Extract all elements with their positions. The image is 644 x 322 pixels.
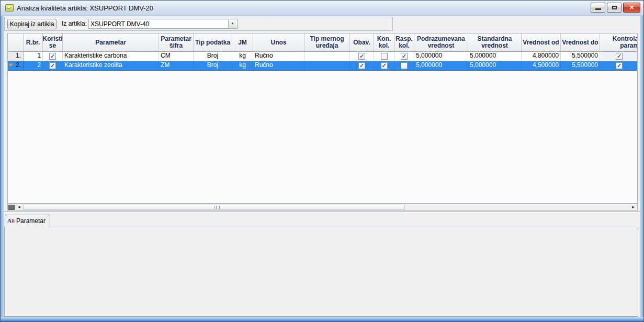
check-icon: ✓: [616, 63, 622, 68]
window-title: Analiza kvaliteta artikla: XSUPPORT DMV-…: [17, 4, 153, 12]
scrollbar-grip-icon: [214, 206, 220, 209]
cell-koristi-se-checkbox[interactable]: ✓: [43, 52, 63, 61]
checkbox[interactable]: [381, 53, 388, 60]
cell-unos[interactable]: Ručno: [253, 52, 304, 61]
check-icon: ✓: [359, 53, 365, 59]
copy-from-article-button[interactable]: Kopiraj iz artikla: [7, 19, 57, 29]
checkbox[interactable]: ✓: [616, 62, 623, 69]
column-header-parametar[interactable]: Parametar: [63, 34, 159, 51]
cell-jm[interactable]: kg: [232, 52, 253, 61]
cell-obavezan-checkbox[interactable]: ✓: [350, 52, 374, 61]
close-button[interactable]: ✕: [623, 3, 640, 13]
minimize-button[interactable]: [591, 3, 605, 13]
checkbox[interactable]: ✓: [49, 53, 56, 60]
maximize-button[interactable]: [607, 3, 622, 13]
grid-horizontal-scrollbar[interactable]: ◄ ►: [7, 204, 638, 211]
check-icon: ✓: [381, 63, 387, 68]
column-header-tip-mernog-uredjaja[interactable]: Tip mernog uređaja: [304, 34, 350, 51]
cell-kontrola-checkbox[interactable]: ✓: [600, 61, 638, 70]
column-header-rbr[interactable]: R.br.: [24, 34, 43, 51]
column-header-vrednost-do[interactable]: Vrednost do: [561, 34, 600, 51]
column-header-rowselector: [8, 34, 24, 51]
minimize-icon: [595, 8, 601, 10]
cell-obavezan-checkbox[interactable]: ✓: [350, 61, 374, 70]
checkbox[interactable]: ✓: [358, 62, 365, 69]
parameters-grid: R.br. Koristi se Parametar Parametar šif…: [7, 33, 638, 204]
column-header-tip-podatka[interactable]: Tip podatka: [194, 34, 232, 51]
cell-parametar[interactable]: Karakteristike carbona: [63, 52, 159, 61]
column-header-parametar-sifra[interactable]: Parametar šifra: [159, 34, 194, 51]
checkbox[interactable]: [401, 62, 408, 69]
row-header-2[interactable]: ☛2.: [8, 61, 24, 70]
checkbox[interactable]: ✓: [381, 62, 388, 69]
scroll-left-icon[interactable]: ◄: [16, 204, 22, 210]
tab-parametar[interactable]: ABParametar: [5, 215, 50, 228]
cell-rbr[interactable]: 1: [24, 52, 43, 61]
cell-konacna-checkbox[interactable]: [374, 52, 394, 61]
app-window: Analiza kvaliteta artikla: XSUPPORT DMV-…: [0, 0, 644, 322]
cell-standardna[interactable]: 5,000000: [468, 52, 522, 61]
checkbox[interactable]: ✓: [358, 53, 365, 60]
column-header-unos[interactable]: Unos: [253, 34, 304, 51]
cell-tip-mernog[interactable]: [304, 61, 350, 70]
cell-raspoloziva-checkbox[interactable]: ✓: [394, 52, 414, 61]
titlebar: Analiza kvaliteta artikla: XSUPPORT DMV-…: [1, 1, 643, 16]
cell-tip-mernog[interactable]: [304, 52, 350, 61]
panel-divider: [4, 212, 640, 213]
parametar-tab-icon: AB: [7, 215, 16, 227]
row-number: 2.: [16, 61, 21, 69]
column-header-kontrola-preth-parametra[interactable]: Kontrola pre parame: [600, 34, 638, 51]
table-row-2-selected[interactable]: ☛2. 2 ✓ Karakteristike zeolita ZM Broj k…: [8, 61, 637, 71]
column-header-konacna-kolicina[interactable]: Kon. kol.: [374, 34, 394, 51]
checkbox[interactable]: ✓: [401, 53, 408, 60]
check-icon: ✓: [50, 53, 55, 59]
cell-koristi-se-checkbox[interactable]: ✓: [43, 61, 63, 70]
cell-vrednost-od[interactable]: 4,500000: [522, 61, 561, 70]
column-header-standardna-vrednost[interactable]: Standardna vrednost: [468, 34, 522, 51]
cell-podrazumevana[interactable]: 5,000000: [414, 61, 468, 70]
splitter-box[interactable]: [8, 205, 15, 210]
cell-parametar[interactable]: Karakteristike zeolita: [63, 61, 159, 70]
parameter-detail-panel: [4, 227, 638, 317]
cell-unos[interactable]: Ručno: [253, 61, 304, 70]
cell-podrazumevana[interactable]: 5,000000: [414, 52, 468, 61]
cell-kontrola-checkbox[interactable]: ✓: [600, 52, 638, 61]
tab-label: Parametar: [16, 217, 46, 225]
row-header-1[interactable]: 1.: [8, 52, 24, 61]
check-icon: ✓: [359, 63, 365, 68]
column-header-obavezan[interactable]: Obav.: [350, 34, 374, 51]
cell-tip-podatka[interactable]: Broj: [194, 61, 232, 70]
from-article-combo[interactable]: XSUPPORT DMV-40 ▼: [88, 19, 238, 29]
column-header-raspoloziva-kolicina[interactable]: Rasp. kol.: [394, 34, 414, 51]
table-row-1[interactable]: 1. 1 ✓ Karakteristike carbona CM Broj kg…: [8, 52, 637, 61]
grid-header: R.br. Koristi se Parametar Parametar šif…: [8, 34, 637, 52]
from-article-label: Iz artikla:: [62, 20, 87, 27]
column-header-jm[interactable]: JM: [232, 34, 253, 51]
checkbox[interactable]: ✓: [616, 53, 623, 60]
window-border-left: [1, 16, 4, 317]
cell-jm[interactable]: kg: [232, 61, 253, 70]
scroll-right-icon[interactable]: ►: [630, 204, 637, 210]
cell-vrednost-do[interactable]: 5,500000: [561, 52, 600, 61]
check-icon: ✓: [616, 53, 622, 59]
checkbox[interactable]: ✓: [49, 62, 56, 69]
cell-tip-podatka[interactable]: Broj: [194, 52, 232, 61]
column-header-podrazumevana-vrednost[interactable]: Podrazumevana vrednost: [414, 34, 468, 51]
scrollbar-thumb[interactable]: [23, 205, 405, 210]
cell-parametar-sifra[interactable]: CM: [159, 52, 194, 61]
window-border-bottom: [1, 317, 643, 321]
cell-raspoloziva-checkbox[interactable]: [394, 61, 414, 70]
column-header-koristi-se[interactable]: Koristi se: [43, 34, 63, 51]
column-header-vrednost-od[interactable]: Vrednost od: [522, 34, 561, 51]
from-article-value: XSUPPORT DMV-40: [91, 20, 149, 28]
dropdown-arrow-icon[interactable]: ▼: [228, 20, 236, 28]
cell-vrednost-do[interactable]: 5,500000: [561, 61, 600, 70]
cell-standardna[interactable]: 5,000000: [468, 61, 522, 70]
cell-rbr[interactable]: 2: [24, 61, 43, 70]
close-icon: ✕: [629, 4, 634, 10]
row-pointer-icon: ☛: [8, 61, 14, 69]
cell-konacna-checkbox[interactable]: ✓: [374, 61, 394, 70]
check-icon: ✓: [50, 63, 55, 68]
cell-parametar-sifra[interactable]: ZM: [159, 61, 194, 70]
cell-vrednost-od[interactable]: 4,800000: [522, 52, 561, 61]
